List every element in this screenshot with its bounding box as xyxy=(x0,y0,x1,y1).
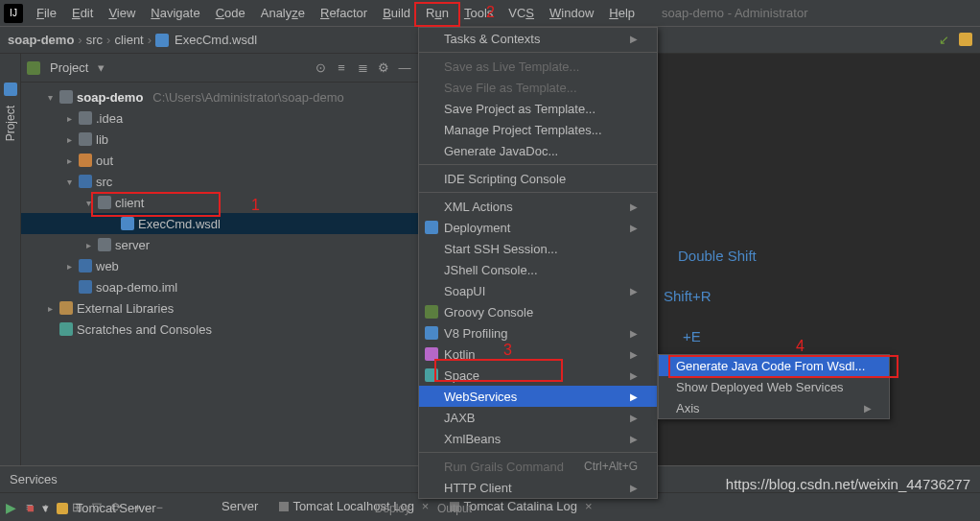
close-icon[interactable]: × xyxy=(585,499,593,513)
submenu-arrow-icon: ▶ xyxy=(630,34,638,44)
mi-v8[interactable]: V8 Profiling▶ xyxy=(419,322,657,343)
project-folder-icon xyxy=(59,90,73,104)
chevron-right-icon[interactable]: ▸ xyxy=(82,240,94,250)
menu-build[interactable]: Build xyxy=(375,2,418,24)
annotation-label-2: 2 xyxy=(486,4,495,21)
library-icon xyxy=(59,301,73,315)
mi-http-client[interactable]: HTTP Client▶ xyxy=(419,477,657,498)
mi-space[interactable]: Space▶ xyxy=(419,365,657,386)
watermark-text: https://blog.csdn.net/weixin_44736277 xyxy=(726,476,970,492)
tree-lib[interactable]: ▸ lib xyxy=(21,129,418,150)
chevron-down-icon[interactable]: ▾ xyxy=(44,92,56,103)
collapse-all-icon[interactable]: ≣ xyxy=(355,60,370,76)
tree-server[interactable]: ▸ server xyxy=(21,234,418,255)
warning-icon[interactable] xyxy=(959,33,972,46)
chevron-right-icon[interactable]: ▸ xyxy=(44,303,56,314)
menu-navigate[interactable]: Navigate xyxy=(143,2,207,24)
tree-idea[interactable]: ▸ .idea xyxy=(21,107,418,129)
chevron-right-icon[interactable]: ▸ xyxy=(63,261,75,272)
wsdl-file-icon xyxy=(155,34,169,47)
tree-out[interactable]: ▸ out xyxy=(21,150,418,171)
tree-src[interactable]: ▾ src xyxy=(21,171,418,192)
mi-tasks[interactable]: Tasks & Contexts▶ xyxy=(419,28,657,49)
mi-generate-java-from-wsdl[interactable]: Generate Java Code From Wsdl... xyxy=(659,355,889,376)
submenu-arrow-icon: ▶ xyxy=(630,201,638,212)
chevron-down-icon[interactable]: ▾ xyxy=(42,501,49,515)
project-tool-tab[interactable]: Project xyxy=(2,100,19,147)
chevron-down-icon[interactable]: ▾ xyxy=(82,198,94,208)
project-tool-icon[interactable] xyxy=(4,83,17,96)
menu-vcs[interactable]: VCS xyxy=(501,2,542,24)
space-icon xyxy=(425,368,438,382)
crumb-client[interactable]: client xyxy=(114,33,143,47)
tools-menu-dropdown: Tasks & Contexts▶ Save as Live Template.… xyxy=(418,27,658,499)
tree-root[interactable]: ▾ soap-demo C:\Users\Administrator\soap-… xyxy=(21,86,418,107)
submenu-arrow-icon: ▶ xyxy=(630,483,638,493)
mi-groovy[interactable]: Groovy Console xyxy=(419,301,657,322)
tree-iml[interactable]: soap-demo.iml xyxy=(21,276,418,297)
menu-run[interactable]: Run xyxy=(418,2,456,24)
mi-grails: Run Grails CommandCtrl+Alt+G xyxy=(419,456,657,477)
crumb-src[interactable]: src xyxy=(86,33,103,47)
mi-kotlin[interactable]: Kotlin▶ xyxy=(419,343,657,365)
build-icon[interactable]: ↙ xyxy=(939,33,949,47)
mi-show-deployed[interactable]: Show Deployed Web Services xyxy=(659,376,889,397)
chevron-right-icon[interactable]: ▸ xyxy=(63,134,75,145)
tree-web[interactable]: ▸ web xyxy=(21,255,418,276)
mi-start-ssh[interactable]: Start SSH Session... xyxy=(419,238,657,259)
dropdown-icon[interactable]: ▾ xyxy=(98,60,105,75)
mi-deployment[interactable]: Deployment▶ xyxy=(419,217,657,238)
mi-save-proj-tpl[interactable]: Save Project as Template... xyxy=(419,98,657,119)
kotlin-icon xyxy=(425,347,438,361)
tree-label: client xyxy=(115,196,144,210)
tree-label: server xyxy=(115,238,150,252)
crumb-root[interactable]: soap-demo xyxy=(8,33,74,47)
mi-soapui[interactable]: SoapUI▶ xyxy=(419,280,657,301)
package-icon xyxy=(98,196,111,209)
menu-refactor[interactable]: Refactor xyxy=(313,2,375,24)
tree-scratches[interactable]: Scratches and Consoles xyxy=(21,319,418,340)
mi-webservices[interactable]: WebServices▶ xyxy=(419,386,657,407)
left-tool-rail: Project xyxy=(0,54,21,465)
mi-gen-javadoc[interactable]: Generate JavaDoc... xyxy=(419,140,657,161)
chevron-right-icon[interactable]: ▸ xyxy=(63,155,75,166)
chevron-down-icon[interactable]: ▾ xyxy=(63,177,75,187)
project-panel: Project ▾ ⊙ ≡ ≣ ⚙ — ▾ soap-demo C:\Users… xyxy=(21,54,419,465)
project-view-title[interactable]: Project xyxy=(50,60,88,75)
menu-file[interactable]: File xyxy=(29,2,64,24)
tree-external-libs[interactable]: ▸ External Libraries xyxy=(21,297,418,319)
mi-xmlbeans[interactable]: XmlBeans▶ xyxy=(419,428,657,449)
hide-icon[interactable]: — xyxy=(397,60,412,76)
menu-analyze[interactable]: Analyze xyxy=(253,2,313,24)
tree-client[interactable]: ▾ client xyxy=(21,192,418,213)
mi-manage-tpl[interactable]: Manage Project Templates... xyxy=(419,119,657,140)
submenu-arrow-icon: ▶ xyxy=(630,391,638,402)
mi-jaxb[interactable]: JAXB▶ xyxy=(419,407,657,428)
submenu-arrow-icon: ▶ xyxy=(630,223,638,233)
submenu-arrow-icon: ▶ xyxy=(630,434,638,444)
mi-ide-script[interactable]: IDE Scripting Console xyxy=(419,168,657,189)
menu-window[interactable]: Window xyxy=(542,2,601,24)
menu-code[interactable]: Code xyxy=(208,2,253,24)
mi-xml-actions[interactable]: XML Actions▶ xyxy=(419,196,657,217)
expand-all-icon[interactable]: ≡ xyxy=(334,60,349,76)
stop-icon[interactable]: ■ xyxy=(27,501,35,515)
mi-jshell[interactable]: JShell Console... xyxy=(419,259,657,280)
gear-icon[interactable]: ⚙ xyxy=(376,60,391,76)
folder-icon xyxy=(79,111,92,125)
tomcat-server-label[interactable]: Tomcat Server xyxy=(76,501,156,515)
menu-view[interactable]: View xyxy=(101,2,143,24)
run-icon[interactable]: ▶ xyxy=(6,500,16,515)
menu-help[interactable]: Help xyxy=(601,2,642,24)
chevron-right-icon[interactable]: ▸ xyxy=(63,113,75,124)
mi-axis[interactable]: Axis▶ xyxy=(659,397,889,418)
annotation-label-3: 3 xyxy=(503,342,512,359)
select-opened-file-icon[interactable]: ⊙ xyxy=(313,60,328,76)
subtab-deploy[interactable]: Deploy xyxy=(375,502,410,515)
tree-label: lib xyxy=(96,132,108,147)
tree-file-execcmd[interactable]: ExecCmd.wsdl xyxy=(21,213,418,234)
crumb-file[interactable]: ExecCmd.wsdl xyxy=(175,33,257,47)
subtab-output[interactable]: Output xyxy=(437,502,472,515)
menu-edit[interactable]: Edit xyxy=(64,2,101,24)
source-folder-icon xyxy=(79,175,92,188)
